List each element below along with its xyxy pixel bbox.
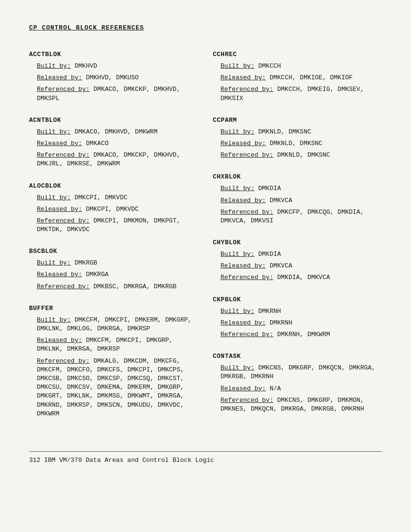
section-row-contask-0: Built by: DMKCNS, DMKGRP, DMKQCN, DMKRGA… xyxy=(213,364,382,381)
row-value: DMKDIA xyxy=(255,185,281,192)
page-title: CP CONTROL BLOCK REFERENCES xyxy=(29,24,382,31)
section-title-cchrec: CCHREC xyxy=(213,51,382,58)
row-value: DMKHVD, DMKUSO xyxy=(82,74,139,81)
row-label-underline: Referenced by: xyxy=(221,331,274,338)
section-row-ccparm-2: Referenced by: DMKNLD, DMKSNC xyxy=(213,151,382,160)
row-label-underline: Built by: xyxy=(221,185,255,192)
row-value: N/A xyxy=(266,385,281,392)
left-column: ACCTBLOKBuilt by: DMKHVDReleased by: DMK… xyxy=(29,51,198,432)
section-row-ccparm-0: Built by: DMKNLD, DMKSNC xyxy=(213,128,382,136)
section-row-acctblok-2: Referenced by: DMKACO, DMKCKP, DMKHVD, D… xyxy=(29,85,198,103)
row-value: DMKCPI, DMKVDC xyxy=(71,194,127,201)
row-value: DMKRGA xyxy=(82,271,109,278)
section-title-chxblok: CHXBLOK xyxy=(213,173,382,180)
section-title-ckpblok: CKPBLOK xyxy=(213,296,382,303)
section-cchrec: CCHRECBuilt by: DMKCCHReleased by: DMKCC… xyxy=(213,51,382,103)
section-bscblok: BSCBLOKBuilt by: DMKRGBReleased by: DMKR… xyxy=(29,248,198,291)
row-value: DMKACO xyxy=(82,140,109,147)
section-row-chyblok-0: Built by: DMKDIA xyxy=(213,250,382,259)
section-row-chyblok-1: Released by: DMKVCA xyxy=(213,262,382,270)
row-value: DMKVCA xyxy=(266,262,292,269)
section-row-buffer-1: Released by: DMKCFM, DMKCPI, DMKGRP, DMK… xyxy=(29,336,198,354)
section-title-contask: CONTASK xyxy=(213,353,382,360)
row-label-underline: Referenced by: xyxy=(37,283,90,290)
section-title-acntblok: ACNTBLOK xyxy=(29,117,198,124)
section-row-acntblok-2: Referenced by: DMKACO, DMKCKP, DMKHVD, D… xyxy=(29,151,198,168)
row-value: DMKNLD, DMKSNC xyxy=(274,151,330,159)
row-label-underline: Built by: xyxy=(37,128,71,135)
section-row-contask-2: Referenced by: DMKCNS, DMKGRP, DMKMON, D… xyxy=(213,396,382,414)
section-alocblok: ALOCBLOKBuilt by: DMKCPI, DMKVDCReleased… xyxy=(29,182,198,235)
section-buffer: BUFFERBuilt by: DMKCFM, DMKCPI, DMKERM, … xyxy=(29,305,198,418)
row-label-underline: Built by: xyxy=(221,62,255,70)
row-label-underline: Released by: xyxy=(221,140,266,147)
section-row-ckpblok-0: Built by: DMKRNH xyxy=(213,307,382,316)
row-label-underline: Referenced by: xyxy=(37,151,90,159)
section-row-chxblok-1: Released by: DMKVCA xyxy=(213,196,382,205)
section-row-ckpblok-1: Released by: DMKRNH xyxy=(213,319,382,327)
section-row-chxblok-2: Referenced by: DMKCFP, DMKCQG, DMKDIA, D… xyxy=(213,208,382,225)
section-row-ccparm-1: Released by: DMKNLD, DMKSNC xyxy=(213,139,382,148)
section-chyblok: CHYBLOKBuilt by: DMKDIAReleased by: DMKV… xyxy=(213,239,382,282)
section-ckpblok: CKPBLOKBuilt by: DMKRNHReleased by: DMKR… xyxy=(213,296,382,340)
section-row-chxblok-0: Built by: DMKDIA xyxy=(213,184,382,193)
row-label-underline: Built by: xyxy=(221,308,255,315)
row-label-underline: Released by: xyxy=(221,262,266,269)
row-label-underline: Built by: xyxy=(221,128,255,135)
row-label-underline: Referenced by: xyxy=(221,86,274,93)
row-label-underline: Built by: xyxy=(37,62,71,70)
section-row-buffer-2: Referenced by: DMKALG, DMKCDM, DMKCFG, D… xyxy=(29,357,198,418)
row-label-underline: Referenced by: xyxy=(221,151,274,159)
section-row-cchrec-0: Built by: DMKCCH xyxy=(213,62,382,71)
section-row-bscblok-2: Referenced by: DMKBSC, DMKRGA, DMKRGB xyxy=(29,282,198,291)
section-title-ccparm: CCPARM xyxy=(213,117,382,124)
section-row-buffer-0: Built by: DMKCFM, DMKCPI, DMKERM, DMKGRP… xyxy=(29,316,198,333)
section-row-acctblok-1: Released by: DMKHVD, DMKUSO xyxy=(29,74,198,82)
row-label-underline: Built by: xyxy=(37,259,71,266)
row-value: DMKRNH, DMKWRM xyxy=(274,331,330,338)
row-label-underline: Released by: xyxy=(37,337,82,344)
row-value: DMKNLD, DMKSNC xyxy=(266,140,322,147)
row-label-underline: Referenced by: xyxy=(221,397,274,404)
section-row-alocblok-0: Built by: DMKCPI, DMKVDC xyxy=(29,193,198,202)
row-label-underline: Released by: xyxy=(221,197,266,204)
row-label-underline: Referenced by: xyxy=(37,86,90,93)
section-title-buffer: BUFFER xyxy=(29,305,198,312)
row-value: DMKCCH, DMKIOE, DMKIOF xyxy=(266,74,352,81)
row-value: DMKNLD, DMKSNC xyxy=(255,128,311,135)
row-label-underline: Referenced by: xyxy=(37,217,90,224)
section-row-acntblok-1: Released by: DMKACO xyxy=(29,139,198,148)
row-value: DMKRNH xyxy=(266,319,292,326)
section-chxblok: CHXBLOKBuilt by: DMKDIAReleased by: DMKV… xyxy=(213,173,382,225)
section-acntblok: ACNTBLOKBuilt by: DMKACO, DMKHVD, DMKWRM… xyxy=(29,117,198,169)
section-row-acctblok-0: Built by: DMKHVD xyxy=(29,62,198,71)
section-row-bscblok-1: Released by: DMKRGA xyxy=(29,270,198,279)
section-title-bscblok: BSCBLOK xyxy=(29,248,198,255)
row-label-underline: Released by: xyxy=(221,74,266,81)
section-row-cchrec-1: Released by: DMKCCH, DMKIOE, DMKIOF xyxy=(213,74,382,82)
section-title-chyblok: CHYBLOK xyxy=(213,239,382,246)
row-label-underline: Built by: xyxy=(221,364,255,371)
row-value: DMKBSC, DMKRGA, DMKRGB xyxy=(90,283,176,290)
section-row-chyblok-2: Referenced by: DMKDIA, DMKVCA xyxy=(213,273,382,282)
section-title-acctblok: ACCTBLOK xyxy=(29,51,198,58)
row-value: DMKRGB xyxy=(71,259,97,266)
section-row-ckpblok-2: Referenced by: DMKRNH, DMKWRM xyxy=(213,330,382,339)
section-row-bscblok-0: Built by: DMKRGB xyxy=(29,259,198,267)
row-label-underline: Released by: xyxy=(37,140,82,147)
row-label-underline: Released by: xyxy=(221,385,266,392)
row-label-underline: Referenced by: xyxy=(221,274,274,281)
row-value: DMKHVD xyxy=(71,62,97,70)
row-label-underline: Referenced by: xyxy=(37,357,90,365)
right-column: CCHRECBuilt by: DMKCCHReleased by: DMKCC… xyxy=(213,51,382,432)
row-label-underline: Built by: xyxy=(37,316,71,324)
row-value: DMKRNH xyxy=(255,308,281,315)
section-ccparm: CCPARMBuilt by: DMKNLD, DMKSNCReleased b… xyxy=(213,117,382,160)
row-label-underline: Released by: xyxy=(221,319,266,326)
section-acctblok: ACCTBLOKBuilt by: DMKHVDReleased by: DMK… xyxy=(29,51,198,103)
footer: 312 IBM VM/370 Data Areas and Control Bl… xyxy=(29,451,382,464)
row-label-underline: Referenced by: xyxy=(221,208,274,216)
row-label-underline: Built by: xyxy=(221,251,255,258)
section-row-alocblok-1: Released by: DMKCPI, DMKVDC xyxy=(29,205,198,214)
section-contask: CONTASKBuilt by: DMKCNS, DMKGRP, DMKQCN,… xyxy=(213,353,382,414)
